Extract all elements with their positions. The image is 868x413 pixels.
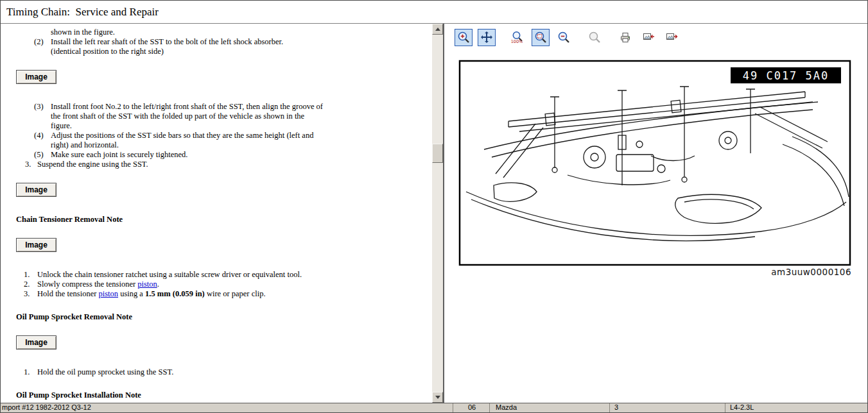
image-button-row: Image <box>16 335 432 350</box>
step-text: Install the left rear shaft of the SST t… <box>51 37 323 56</box>
zoom-out-icon <box>557 31 570 44</box>
step-text: Install front foot No.2 to the left/righ… <box>51 102 323 131</box>
list-item: 3. Hold the tensioner piston using a 1.5… <box>24 289 432 299</box>
pan-icon <box>480 31 493 44</box>
list-number: 3. <box>24 289 37 299</box>
instruction-step: (4) Adjust the positions of the SST side… <box>34 131 432 150</box>
figure-canvas[interactable]: 49 C017 5A0 am3uuw0000106 <box>458 60 851 277</box>
status-bar: mport #12 1982-2012 Q3-12 06 Mazda 3 L4-… <box>1 403 867 412</box>
piston-link[interactable]: piston <box>137 280 157 289</box>
list-text-part: using a <box>118 289 145 298</box>
image-viewer-panel: 100% <box>444 24 867 403</box>
figure-watermark: am3uuw0000106 <box>458 267 851 277</box>
figure-part-label: 49 C017 5A0 <box>743 69 829 82</box>
magnifier-disabled-icon <box>588 31 601 44</box>
list-text: Unlock the chain tensioner ratchet using… <box>37 270 432 280</box>
image-button[interactable]: Image <box>16 238 56 252</box>
magnifier-button[interactable] <box>586 29 603 46</box>
instruction-step: (5) Make sure each joint is securely tig… <box>34 150 432 160</box>
step-number: 3. <box>25 160 37 169</box>
list-text: Hold the oil pump sprocket using the SST… <box>37 367 432 377</box>
main-area: shown in the figure. (2) Install the lef… <box>1 24 867 403</box>
image-button[interactable]: Image <box>16 183 56 197</box>
list-number: 2. <box>24 280 37 289</box>
step-line: Install the left rear shaft of the SST t… <box>51 37 283 46</box>
list-item: 1. Hold the oil pump sprocket using the … <box>24 367 432 377</box>
print-icon <box>619 31 632 44</box>
doc-scrollbar[interactable] <box>432 24 443 403</box>
list-text-part: wire or paper clip. <box>205 289 266 298</box>
list-text: Slowly compress the tensioner piston. <box>37 280 432 289</box>
list-text: Hold the tensioner piston using a 1.5 mm… <box>37 289 432 299</box>
image-button[interactable]: Image <box>16 70 56 84</box>
document-panel: shown in the figure. (2) Install the lef… <box>1 24 444 403</box>
title-bar: Timing Chain: Service and Repair <box>1 1 867 24</box>
instruction-step: (2) Install the left rear shaft of the S… <box>34 37 432 56</box>
scroll-up-button[interactable] <box>432 24 443 35</box>
section-heading-oil-pump-install: Oil Pump Sprocket Installation Note <box>16 391 432 400</box>
status-model: 3 <box>609 403 725 412</box>
document-content: shown in the figure. (2) Install the lef… <box>1 24 432 403</box>
status-session: mport #12 1982-2012 Q3-12 <box>1 403 453 412</box>
image-button[interactable]: Image <box>16 335 56 350</box>
viewer-toolbar: 100% <box>444 24 867 51</box>
image-button-row: Image <box>16 70 432 84</box>
engine-bay-figure: 49 C017 5A0 <box>458 60 851 266</box>
step-number: (3) <box>34 102 51 131</box>
zoom-region-button[interactable] <box>532 29 550 46</box>
page-title: Timing Chain: Service and Repair <box>6 6 159 19</box>
prev-figure-icon <box>642 31 655 44</box>
measurement-bold: 1.5 mm (0.059 in) <box>145 289 205 298</box>
section-heading-oil-pump-removal: Oil Pump Sprocket Removal Note <box>16 312 432 322</box>
status-engine: L4-2.3L <box>725 403 867 412</box>
step-line: (identical position to the right side) <box>51 47 164 56</box>
next-figure-icon <box>665 31 678 44</box>
zoom-in-button[interactable] <box>455 29 473 46</box>
zoom-100-icon: 100% <box>511 31 524 44</box>
prev-figure-button[interactable] <box>639 29 657 46</box>
step-text: Suspend the engine using the SST. <box>37 160 148 169</box>
piston-link[interactable]: piston <box>98 289 118 298</box>
instruction-step: 3. Suspend the engine using the SST. <box>25 160 432 169</box>
image-button-row: Image <box>16 238 432 252</box>
scrollbar-thumb[interactable] <box>432 144 443 163</box>
list-number: 1. <box>24 270 37 280</box>
list-text-part: Slowly compress the tensioner <box>37 280 137 289</box>
zoom-100-label: 100% <box>511 39 523 44</box>
list-text-part: Hold the tensioner <box>37 289 98 298</box>
instruction-step: (3) Install front foot No.2 to the left/… <box>34 102 432 131</box>
zoom-100-button[interactable]: 100% <box>508 29 526 46</box>
status-make: Mazda <box>489 403 609 412</box>
down-arrow-icon <box>435 396 440 399</box>
list-item: 1. Unlock the chain tensioner ratchet us… <box>24 270 432 280</box>
list-text-part: . <box>157 280 159 289</box>
step-number: (2) <box>34 37 51 56</box>
instruction-fragment: shown in the figure. <box>51 28 432 37</box>
status-year: 06 <box>453 403 489 412</box>
step-text: Make sure each joint is securely tighten… <box>51 150 323 160</box>
zoom-out-button[interactable] <box>555 29 573 46</box>
up-arrow-icon <box>435 28 440 31</box>
step-number: (5) <box>34 150 51 160</box>
next-figure-button[interactable] <box>663 29 681 46</box>
list-item: 2. Slowly compress the tensioner piston. <box>24 280 432 289</box>
pan-button[interactable] <box>478 29 496 46</box>
step-number: (4) <box>34 131 51 150</box>
print-button[interactable] <box>616 29 634 46</box>
zoom-region-icon <box>534 31 547 44</box>
zoom-in-icon <box>457 31 470 44</box>
app-window: Timing Chain: Service and Repair shown i… <box>0 0 868 413</box>
list-number: 1. <box>24 367 37 377</box>
image-button-row: Image <box>16 183 432 197</box>
step-text: Adjust the positions of the SST side bar… <box>51 131 323 150</box>
scroll-down-button[interactable] <box>432 392 443 403</box>
section-heading-chain-tensioner: Chain Tensioner Removal Note <box>16 215 432 224</box>
